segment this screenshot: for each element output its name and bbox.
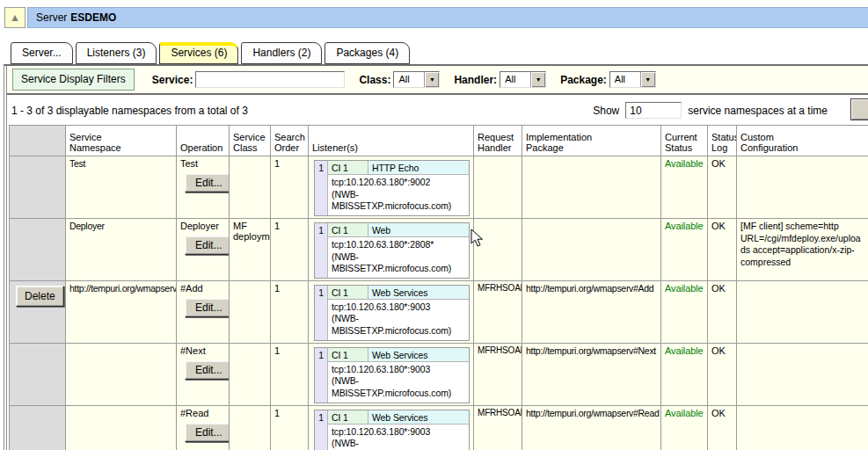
listeners-cell: 1 CI 1 Web Services tcp:10.120.63.180*:9…: [309, 280, 474, 343]
service-namespace-cell: [66, 343, 177, 405]
listener-host: (NWB-MBISSETXP.microfocus.com): [332, 375, 465, 399]
current-status-cell: Available: [661, 218, 708, 280]
listeners-cell: 1 CI 1 HTTP Echo tcp:10.120.63.180*:9002…: [309, 156, 474, 219]
current-status-cell: Available: [661, 405, 708, 450]
handler-filter-select[interactable]: All ▼: [500, 71, 546, 88]
pagination-bar: 1 - 3 of 3 displayable namespaces from a…: [7, 95, 868, 125]
server-title-bar: Server ESDEMO: [27, 7, 868, 28]
table-row: #Read Edit... 1 1 CI 1 Web Services t: [10, 405, 868, 450]
service-display-filters-bar: Service Display Filters Service: Class: …: [7, 66, 868, 95]
search-order-cell: 1: [271, 218, 309, 280]
server-header: ▲ Server ESDEMO: [4, 7, 868, 28]
column-header-operation: Operation: [177, 126, 230, 156]
listener-host: (NWB-MBISSETXP.microfocus.com): [332, 438, 465, 450]
show-count-input[interactable]: [625, 102, 682, 119]
service-filter-label: Service:: [152, 74, 193, 86]
status-log-cell: OK: [708, 405, 737, 450]
collapse-button[interactable]: ▲: [4, 7, 26, 28]
current-status-cell: Available: [661, 343, 708, 405]
enterprise-server-admin-page: ▲ Server ESDEMO Server... Listeners (3) …: [0, 0, 868, 450]
listener-host: (NWB-MBISSETXP.microfocus.com): [332, 251, 465, 275]
show-suffix-label: service namespaces at a time: [688, 105, 828, 117]
listener-box: 1 CI 1 Web Services tcp:10.120.63.180*:9…: [314, 347, 470, 403]
custom-configuration-cell: [MF client] scheme=http URL=/cgi/mfdeplo…: [737, 218, 868, 280]
edit-button[interactable]: Edit...: [185, 236, 230, 255]
service-filter-input[interactable]: [195, 71, 345, 88]
edit-button[interactable]: Edit...: [185, 423, 230, 442]
tab-bar: Server... Listeners (3) Services (6) Han…: [11, 42, 868, 64]
listener-address: tcp:10.120.63.180*:2808*: [332, 239, 465, 251]
table-row: #Next Edit... 1 1 CI 1 Web Services t: [10, 343, 868, 405]
column-header-service-namespace: Service Namespace: [66, 126, 177, 156]
column-header-listeners: Listener(s): [309, 126, 474, 156]
current-status-cell: Available: [661, 156, 708, 219]
request-handler-cell: MFRHSOAP: [474, 405, 522, 450]
service-class-cell: MF deployment: [230, 218, 271, 280]
listener-box: 1 CI 1 Web tcp:10.120.63.180*:2808* (NWB…: [314, 222, 470, 279]
chevron-down-icon: ▼: [640, 72, 655, 87]
implementation-package-cell: [522, 156, 661, 219]
operation-cell: Test Edit...: [177, 156, 230, 219]
edit-button[interactable]: Edit...: [185, 360, 230, 380]
request-handler-cell: MFRHSOAP: [474, 280, 522, 343]
column-header-request-handler: Request Handler: [474, 126, 522, 156]
column-header-implementation-package: Implementation Package: [522, 126, 661, 156]
table-row: Deployer Deployer Edit... MF deployment …: [10, 218, 868, 280]
mouse-cursor: [470, 229, 485, 248]
operation-cell: Deployer Edit...: [177, 218, 230, 280]
listeners-cell: 1 CI 1 Web tcp:10.120.63.180*:2808* (NWB…: [309, 218, 474, 280]
tab-handlers[interactable]: Handlers (2): [241, 42, 322, 64]
services-panel: Service Display Filters Service: Class: …: [4, 64, 868, 450]
search-order-cell: 1: [271, 405, 309, 450]
server-name: ESDEMO: [70, 11, 116, 24]
custom-configuration-cell: [737, 343, 868, 405]
column-header-search-order: Search Order: [271, 126, 309, 156]
operation-cell: #Read Edit...: [177, 405, 230, 450]
listener-box: 1 CI 1 Web Services tcp:10.120.63.180*:9…: [314, 285, 470, 341]
service-namespace-cell: [66, 405, 177, 450]
service-class-cell: [230, 405, 271, 450]
status-log-cell: OK: [708, 218, 737, 280]
package-filter-label: Package:: [560, 74, 607, 86]
service-namespace-cell: http://tempuri.org/wmapserv: [66, 280, 177, 343]
package-filter-select[interactable]: All ▼: [609, 71, 656, 88]
show-label: Show: [593, 105, 619, 117]
status-log-cell: OK: [708, 156, 737, 219]
pagination-side-button[interactable]: [850, 98, 868, 120]
column-header-service-class: Service Class: [230, 126, 271, 156]
column-header-actions: [10, 126, 66, 156]
current-status-cell: Available: [661, 280, 708, 343]
class-filter-label: Class:: [359, 74, 390, 86]
delete-button[interactable]: Delete: [16, 286, 64, 307]
implementation-package-cell: http://tempuri.org/wmapserv#Add: [522, 280, 661, 343]
operation-cell: #Add Edit...: [177, 280, 230, 343]
implementation-package-cell: http://tempuri.org/wmapserv#Next: [522, 343, 661, 405]
edit-button[interactable]: Edit...: [185, 298, 230, 317]
listener-host: (NWB-MBISSETXP.microfocus.com): [332, 189, 465, 213]
listener-box: 1 CI 1 Web Services tcp:10.120.63.180*:9…: [314, 410, 470, 450]
status-log-cell: OK: [708, 343, 737, 405]
listener-host: (NWB-MBISSETXP.microfocus.com): [332, 313, 465, 337]
tab-listeners[interactable]: Listeners (3): [76, 42, 157, 64]
handler-filter-label: Handler:: [454, 74, 497, 86]
services-table: Service Namespace Operation Service Clas…: [9, 125, 868, 450]
service-namespace-cell: Test: [66, 156, 177, 219]
edit-button[interactable]: Edit...: [185, 173, 230, 192]
server-label: Server: [36, 11, 67, 24]
column-header-current-status: Current Status: [661, 126, 708, 156]
search-order-cell: 1: [271, 156, 309, 219]
listeners-cell: 1 CI 1 Web Services tcp:10.120.63.180*:9…: [309, 405, 474, 450]
table-row: Test Test Edit... 1 1 CI 1 HTTP Echo: [10, 156, 868, 219]
request-handler-cell: MFRHSOAP: [474, 343, 522, 405]
service-namespace-cell: Deployer: [66, 218, 177, 280]
listeners-cell: 1 CI 1 Web Services tcp:10.120.63.180*:9…: [309, 343, 474, 405]
class-filter-select[interactable]: All ▼: [393, 71, 440, 88]
table-row: Delete http://tempuri.org/wmapserv #Add …: [10, 280, 868, 343]
tab-server[interactable]: Server...: [11, 42, 73, 64]
tab-services[interactable]: Services (6): [159, 42, 238, 64]
implementation-package-cell: [522, 218, 661, 280]
listener-address: tcp:10.120.63.180*:9003: [332, 301, 465, 314]
tab-packages[interactable]: Packages (4): [325, 42, 410, 64]
namespace-count-summary: 1 - 3 of 3 displayable namespaces from a…: [11, 105, 248, 117]
listener-address: tcp:10.120.63.180*:9002: [332, 177, 465, 189]
